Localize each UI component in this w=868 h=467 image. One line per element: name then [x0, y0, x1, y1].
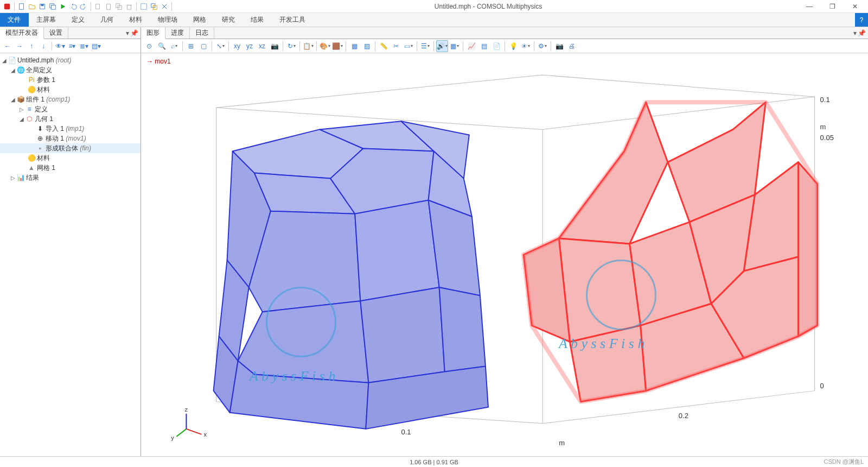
copy-icon[interactable]: [93, 2, 103, 11]
axis-icon[interactable]: ⤡: [214, 40, 226, 52]
tree-geometry[interactable]: ◢⬡几何 1: [0, 114, 141, 124]
help-button[interactable]: ?: [855, 13, 868, 27]
window-title: Untitled.mph - COMSOL Multiphysics: [174, 3, 803, 10]
report-icon[interactable]: 📄: [490, 40, 502, 52]
paste-icon[interactable]: [104, 2, 113, 11]
select-none-icon[interactable]: ▢: [197, 40, 209, 52]
ribbon-tab-file[interactable]: 文件: [0, 13, 29, 27]
graphics-dropdown-icon[interactable]: ▾: [853, 29, 857, 37]
transparency-icon[interactable]: 🔊: [436, 40, 448, 52]
panel-dropdown-icon[interactable]: ▾: [126, 29, 129, 37]
measure-icon[interactable]: 📏: [378, 40, 390, 52]
tab-graphics[interactable]: 图形: [141, 27, 165, 39]
save-icon[interactable]: [37, 2, 47, 11]
xz-view-icon[interactable]: xz: [256, 40, 268, 52]
zoom-box-icon[interactable]: ⌕: [168, 40, 180, 52]
tree-materials-global[interactable]: 🟡材料: [0, 85, 141, 94]
tab-settings[interactable]: 设置: [44, 27, 68, 39]
geometry-object-shell[interactable]: [524, 102, 817, 401]
selection-list-icon[interactable]: ☰: [419, 40, 431, 52]
z-tick-bot: 0: [820, 382, 824, 390]
scene-light-icon[interactable]: 💡: [507, 40, 519, 52]
material-icon[interactable]: 🟫: [331, 40, 343, 52]
tree-form-union[interactable]: ▫形成联合体 (fin): [0, 143, 141, 153]
select-all-icon[interactable]: ⊞: [185, 40, 197, 52]
clip-icon[interactable]: ✂: [390, 40, 402, 52]
ribbon-tab-study[interactable]: 研究: [214, 13, 243, 27]
svg-line-14: [186, 429, 201, 434]
x-unit: m: [559, 439, 565, 447]
tree-component[interactable]: ◢📦组件 1 (comp1): [0, 94, 141, 104]
plot-icon[interactable]: 📈: [465, 40, 477, 52]
tree-root[interactable]: ◢📄Untitled.mph (root): [0, 55, 141, 65]
ribbon-tab-results[interactable]: 结果: [243, 13, 272, 27]
select-box-icon[interactable]: [139, 2, 149, 11]
nav-down-icon[interactable]: ↓: [38, 41, 49, 52]
ribbon-tab-developer[interactable]: 开发工具: [272, 13, 314, 27]
rotate-icon[interactable]: ↻: [285, 40, 297, 52]
tree-move[interactable]: ⊕移动 1 (mov1): [0, 134, 141, 143]
quick-access-toolbar: Untitled.mph - COMSOL Multiphysics — ❐ ✕: [0, 0, 868, 13]
tree-definitions[interactable]: ▷≡定义: [0, 104, 141, 114]
ribbon-tab-definitions[interactable]: 定义: [64, 13, 93, 27]
wireframe-icon[interactable]: ▦: [348, 40, 360, 52]
zoom-in-icon[interactable]: 🔍: [156, 40, 168, 52]
duplicate-icon[interactable]: [114, 2, 124, 11]
tree-parameters[interactable]: Pi参数 1: [0, 75, 141, 85]
camera-icon[interactable]: ⚙: [537, 40, 548, 52]
panel-pin-icon[interactable]: 📌: [130, 29, 138, 37]
ribbon-tab-materials[interactable]: 材料: [122, 13, 150, 27]
copy-img-icon[interactable]: 📋: [302, 40, 314, 52]
nav-fwd-icon[interactable]: →: [14, 41, 25, 52]
zoom-extents-icon[interactable]: ⊙: [143, 40, 155, 52]
delete-icon[interactable]: [124, 2, 134, 11]
svg-rect-11: [141, 3, 147, 9]
app-icon: [2, 2, 12, 11]
saveall-icon[interactable]: [48, 2, 58, 11]
collapse-icon[interactable]: ≡▾: [67, 41, 78, 52]
minimize-button[interactable]: —: [803, 2, 816, 11]
open-icon[interactable]: [27, 2, 37, 11]
grid-icon[interactable]: ▦: [449, 40, 461, 52]
nav-up-icon[interactable]: ↑: [26, 41, 37, 52]
ribbon-tab-physics[interactable]: 物理场: [150, 13, 186, 27]
tree-import[interactable]: ⬇导入 1 (imp1): [0, 124, 141, 134]
tree-materials-comp[interactable]: 🟡材料: [0, 153, 141, 163]
tab-model-builder[interactable]: 模型开发器: [0, 27, 44, 39]
tab-progress[interactable]: 进度: [165, 27, 190, 39]
undo-icon[interactable]: [68, 2, 78, 11]
select-union-icon[interactable]: [149, 2, 159, 11]
print-icon[interactable]: 🖨: [566, 40, 578, 52]
ribbon-tab-geometry[interactable]: 几何: [93, 13, 122, 27]
render-icon[interactable]: 🎨: [319, 40, 331, 52]
expand-icon[interactable]: ≣▾: [79, 41, 90, 52]
show-icon[interactable]: 👁▾: [55, 41, 66, 52]
geometry-object-cube[interactable]: [214, 121, 488, 429]
new-icon[interactable]: [17, 2, 27, 11]
snapshot-icon[interactable]: 📷: [553, 40, 565, 52]
list-icon[interactable]: ▤▾: [91, 41, 101, 52]
redo-icon[interactable]: [79, 2, 88, 11]
ribbon-tab-mesh[interactable]: 网格: [186, 13, 214, 27]
yz-view-icon[interactable]: yz: [244, 40, 256, 52]
graphics-canvas[interactable]: mov1 0.1 0.2 m 0.1 0.05 0 m: [141, 53, 868, 456]
tree-mesh[interactable]: ▲网格 1: [0, 163, 141, 173]
hide-icon[interactable]: ▨: [361, 40, 373, 52]
ribbon-tab-home[interactable]: 主屏幕: [29, 13, 64, 27]
select-lasso-icon[interactable]: [159, 2, 169, 11]
default-view-icon[interactable]: 📷: [269, 40, 280, 52]
close-button[interactable]: ✕: [848, 2, 861, 11]
nav-back-icon[interactable]: ←: [2, 41, 13, 52]
graphics-pin-icon[interactable]: 📌: [858, 29, 866, 37]
table-icon[interactable]: ▤: [478, 40, 490, 52]
lights-icon[interactable]: ☀: [520, 40, 532, 52]
model-tree[interactable]: ◢📄Untitled.mph (root) ◢🌐全局定义 Pi参数 1 🟡材料 …: [0, 53, 141, 456]
svg-rect-3: [41, 4, 43, 6]
maximize-button[interactable]: ❐: [826, 2, 839, 11]
tree-results[interactable]: ▷📊结果: [0, 173, 141, 182]
highlight-icon[interactable]: ▭: [403, 40, 414, 52]
tab-log[interactable]: 日志: [190, 27, 214, 39]
run-icon[interactable]: [58, 2, 68, 11]
tree-global-defs[interactable]: ◢🌐全局定义: [0, 65, 141, 75]
xy-view-icon[interactable]: xy: [231, 40, 243, 52]
